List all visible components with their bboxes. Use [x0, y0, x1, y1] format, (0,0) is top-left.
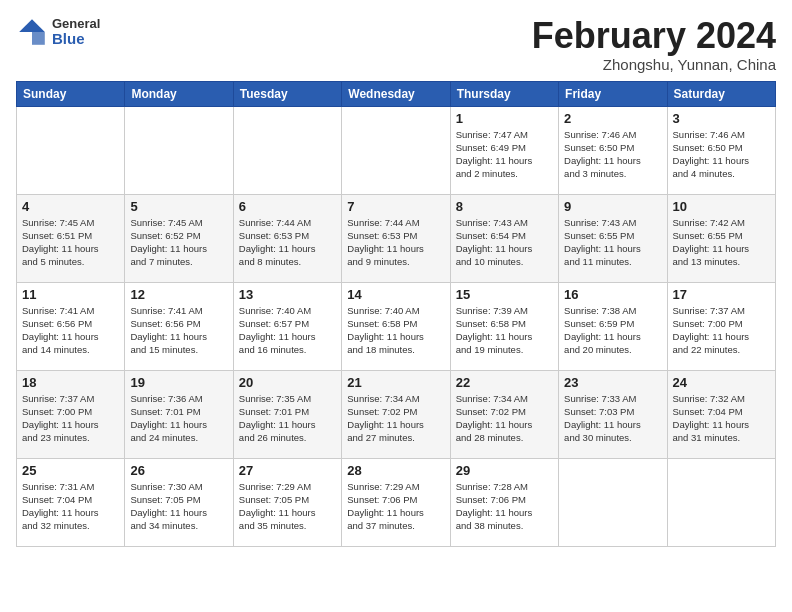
- calendar-cell: 5Sunrise: 7:45 AM Sunset: 6:52 PM Daylig…: [125, 194, 233, 282]
- calendar-cell: 2Sunrise: 7:46 AM Sunset: 6:50 PM Daylig…: [559, 106, 667, 194]
- calendar-cell: 24Sunrise: 7:32 AM Sunset: 7:04 PM Dayli…: [667, 370, 775, 458]
- day-number: 28: [347, 463, 444, 478]
- weekday-header-friday: Friday: [559, 81, 667, 106]
- logo-text: General Blue: [52, 17, 100, 48]
- svg-marker-2: [32, 32, 45, 45]
- calendar-cell: 15Sunrise: 7:39 AM Sunset: 6:58 PM Dayli…: [450, 282, 558, 370]
- calendar-cell: 11Sunrise: 7:41 AM Sunset: 6:56 PM Dayli…: [17, 282, 125, 370]
- day-number: 10: [673, 199, 770, 214]
- day-info: Sunrise: 7:44 AM Sunset: 6:53 PM Dayligh…: [347, 216, 444, 269]
- calendar-cell: 23Sunrise: 7:33 AM Sunset: 7:03 PM Dayli…: [559, 370, 667, 458]
- location-subtitle: Zhongshu, Yunnan, China: [532, 56, 776, 73]
- calendar-cell: 20Sunrise: 7:35 AM Sunset: 7:01 PM Dayli…: [233, 370, 341, 458]
- logo-icon: [16, 16, 48, 48]
- week-row-1: 1Sunrise: 7:47 AM Sunset: 6:49 PM Daylig…: [17, 106, 776, 194]
- day-number: 14: [347, 287, 444, 302]
- calendar-cell: 18Sunrise: 7:37 AM Sunset: 7:00 PM Dayli…: [17, 370, 125, 458]
- day-info: Sunrise: 7:30 AM Sunset: 7:05 PM Dayligh…: [130, 480, 227, 533]
- day-info: Sunrise: 7:37 AM Sunset: 7:00 PM Dayligh…: [22, 392, 119, 445]
- calendar-cell: 26Sunrise: 7:30 AM Sunset: 7:05 PM Dayli…: [125, 458, 233, 546]
- day-number: 13: [239, 287, 336, 302]
- calendar-table: SundayMondayTuesdayWednesdayThursdayFrid…: [16, 81, 776, 547]
- calendar-cell: 13Sunrise: 7:40 AM Sunset: 6:57 PM Dayli…: [233, 282, 341, 370]
- calendar-cell: [17, 106, 125, 194]
- day-number: 24: [673, 375, 770, 390]
- day-info: Sunrise: 7:41 AM Sunset: 6:56 PM Dayligh…: [130, 304, 227, 357]
- calendar-cell: 10Sunrise: 7:42 AM Sunset: 6:55 PM Dayli…: [667, 194, 775, 282]
- day-number: 5: [130, 199, 227, 214]
- day-info: Sunrise: 7:29 AM Sunset: 7:06 PM Dayligh…: [347, 480, 444, 533]
- day-info: Sunrise: 7:36 AM Sunset: 7:01 PM Dayligh…: [130, 392, 227, 445]
- day-number: 25: [22, 463, 119, 478]
- calendar-cell: 29Sunrise: 7:28 AM Sunset: 7:06 PM Dayli…: [450, 458, 558, 546]
- calendar-cell: [342, 106, 450, 194]
- day-number: 6: [239, 199, 336, 214]
- day-number: 17: [673, 287, 770, 302]
- calendar-cell: 1Sunrise: 7:47 AM Sunset: 6:49 PM Daylig…: [450, 106, 558, 194]
- day-info: Sunrise: 7:34 AM Sunset: 7:02 PM Dayligh…: [456, 392, 553, 445]
- day-info: Sunrise: 7:44 AM Sunset: 6:53 PM Dayligh…: [239, 216, 336, 269]
- weekday-row: SundayMondayTuesdayWednesdayThursdayFrid…: [17, 81, 776, 106]
- day-number: 18: [22, 375, 119, 390]
- week-row-2: 4Sunrise: 7:45 AM Sunset: 6:51 PM Daylig…: [17, 194, 776, 282]
- day-info: Sunrise: 7:40 AM Sunset: 6:58 PM Dayligh…: [347, 304, 444, 357]
- day-number: 21: [347, 375, 444, 390]
- week-row-3: 11Sunrise: 7:41 AM Sunset: 6:56 PM Dayli…: [17, 282, 776, 370]
- weekday-header-thursday: Thursday: [450, 81, 558, 106]
- day-number: 16: [564, 287, 661, 302]
- day-info: Sunrise: 7:39 AM Sunset: 6:58 PM Dayligh…: [456, 304, 553, 357]
- day-info: Sunrise: 7:35 AM Sunset: 7:01 PM Dayligh…: [239, 392, 336, 445]
- calendar-cell: 27Sunrise: 7:29 AM Sunset: 7:05 PM Dayli…: [233, 458, 341, 546]
- day-number: 3: [673, 111, 770, 126]
- day-number: 20: [239, 375, 336, 390]
- day-info: Sunrise: 7:37 AM Sunset: 7:00 PM Dayligh…: [673, 304, 770, 357]
- calendar-cell: 8Sunrise: 7:43 AM Sunset: 6:54 PM Daylig…: [450, 194, 558, 282]
- day-info: Sunrise: 7:32 AM Sunset: 7:04 PM Dayligh…: [673, 392, 770, 445]
- logo-general: General: [52, 17, 100, 31]
- day-number: 2: [564, 111, 661, 126]
- day-info: Sunrise: 7:29 AM Sunset: 7:05 PM Dayligh…: [239, 480, 336, 533]
- weekday-header-monday: Monday: [125, 81, 233, 106]
- logo: General Blue: [16, 16, 100, 48]
- day-number: 15: [456, 287, 553, 302]
- calendar-title-area: February 2024 Zhongshu, Yunnan, China: [532, 16, 776, 73]
- calendar-cell: 19Sunrise: 7:36 AM Sunset: 7:01 PM Dayli…: [125, 370, 233, 458]
- week-row-4: 18Sunrise: 7:37 AM Sunset: 7:00 PM Dayli…: [17, 370, 776, 458]
- month-title: February 2024: [532, 16, 776, 56]
- calendar-cell: 22Sunrise: 7:34 AM Sunset: 7:02 PM Dayli…: [450, 370, 558, 458]
- page-header: General Blue February 2024 Zhongshu, Yun…: [16, 16, 776, 73]
- weekday-header-tuesday: Tuesday: [233, 81, 341, 106]
- calendar-cell: 28Sunrise: 7:29 AM Sunset: 7:06 PM Dayli…: [342, 458, 450, 546]
- day-info: Sunrise: 7:28 AM Sunset: 7:06 PM Dayligh…: [456, 480, 553, 533]
- calendar-cell: [125, 106, 233, 194]
- day-info: Sunrise: 7:46 AM Sunset: 6:50 PM Dayligh…: [564, 128, 661, 181]
- day-number: 22: [456, 375, 553, 390]
- calendar-cell: 25Sunrise: 7:31 AM Sunset: 7:04 PM Dayli…: [17, 458, 125, 546]
- calendar-cell: 21Sunrise: 7:34 AM Sunset: 7:02 PM Dayli…: [342, 370, 450, 458]
- calendar-cell: 6Sunrise: 7:44 AM Sunset: 6:53 PM Daylig…: [233, 194, 341, 282]
- day-number: 11: [22, 287, 119, 302]
- day-number: 19: [130, 375, 227, 390]
- day-number: 27: [239, 463, 336, 478]
- weekday-header-wednesday: Wednesday: [342, 81, 450, 106]
- calendar-body: 1Sunrise: 7:47 AM Sunset: 6:49 PM Daylig…: [17, 106, 776, 546]
- calendar-cell: 7Sunrise: 7:44 AM Sunset: 6:53 PM Daylig…: [342, 194, 450, 282]
- day-number: 12: [130, 287, 227, 302]
- day-number: 4: [22, 199, 119, 214]
- calendar-cell: 9Sunrise: 7:43 AM Sunset: 6:55 PM Daylig…: [559, 194, 667, 282]
- day-info: Sunrise: 7:33 AM Sunset: 7:03 PM Dayligh…: [564, 392, 661, 445]
- day-info: Sunrise: 7:45 AM Sunset: 6:52 PM Dayligh…: [130, 216, 227, 269]
- week-row-5: 25Sunrise: 7:31 AM Sunset: 7:04 PM Dayli…: [17, 458, 776, 546]
- calendar-cell: 3Sunrise: 7:46 AM Sunset: 6:50 PM Daylig…: [667, 106, 775, 194]
- day-number: 26: [130, 463, 227, 478]
- calendar-cell: [667, 458, 775, 546]
- day-info: Sunrise: 7:43 AM Sunset: 6:55 PM Dayligh…: [564, 216, 661, 269]
- day-number: 8: [456, 199, 553, 214]
- calendar-cell: 14Sunrise: 7:40 AM Sunset: 6:58 PM Dayli…: [342, 282, 450, 370]
- calendar-cell: [233, 106, 341, 194]
- day-number: 1: [456, 111, 553, 126]
- weekday-header-sunday: Sunday: [17, 81, 125, 106]
- day-info: Sunrise: 7:43 AM Sunset: 6:54 PM Dayligh…: [456, 216, 553, 269]
- calendar-header: SundayMondayTuesdayWednesdayThursdayFrid…: [17, 81, 776, 106]
- day-number: 29: [456, 463, 553, 478]
